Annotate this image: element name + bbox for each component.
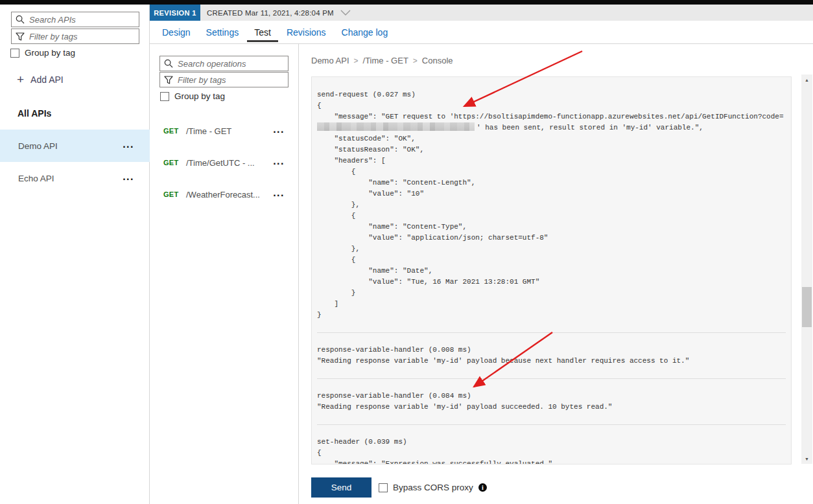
console-line: ] [317, 299, 786, 310]
console-line-redacted: ' has been sent, result stored in 'my-id… [317, 122, 786, 133]
scroll-up-arrow-icon[interactable]: ▲ [801, 74, 812, 85]
scrollbar-thumb[interactable] [802, 287, 812, 327]
console-line: { [317, 255, 786, 266]
filter-apis-input[interactable] [29, 32, 135, 41]
revision-created-label: CREATED Mar 11, 2021, 4:28:04 PM [207, 5, 334, 21]
operation-item-time-getutc[interactable]: GET /Time/GetUTC - ... ... [150, 154, 299, 172]
apis-sidebar: Group by tag + Add API All APIs Demo API… [0, 5, 150, 504]
console-line: "message": "Expression was successfully … [317, 459, 786, 464]
group-by-tag-operations-label: Group by tag [174, 91, 225, 101]
console-section-divider [317, 378, 786, 379]
search-apis-box[interactable] [11, 12, 139, 27]
revision-dropdown[interactable] [340, 5, 351, 21]
console-line: { [317, 100, 786, 111]
console-line: response-variable-handler (0.084 ms) [317, 391, 786, 402]
console-line: response-variable-handler (0.008 ms) [317, 345, 786, 356]
console-line: "message": "GET request to 'https://bsol… [317, 111, 786, 122]
console-line: "value": "Tue, 16 Mar 2021 13:28:01 GMT" [317, 277, 786, 288]
console-line: "statusReason": "OK", [317, 144, 786, 155]
search-operations-box[interactable] [159, 56, 289, 71]
console-line: send-request (0.027 ms) [317, 89, 786, 100]
add-api-label: Add API [30, 74, 64, 85]
tab-settings[interactable]: Settings [206, 21, 239, 43]
group-by-tag-apis-checkbox[interactable] [10, 49, 19, 58]
console-line: "value": "10" [317, 189, 786, 200]
console-line: { [317, 448, 786, 459]
search-apis-input[interactable] [29, 15, 135, 25]
console-line: } [317, 288, 786, 299]
console-line: "name": "Content-Type", [317, 222, 786, 233]
group-by-tag-operations[interactable]: Group by tag [160, 91, 225, 101]
tab-design[interactable]: Design [162, 21, 191, 43]
breadcrumb-page: Console [422, 56, 453, 65]
redacted-code-blur [317, 122, 475, 131]
revision-badge: REVISION 1 [150, 5, 200, 21]
revision-bar: REVISION 1 CREATED Mar 11, 2021, 4:28:04… [150, 5, 813, 21]
console-line: "statusCode": "OK", [317, 133, 786, 144]
filter-icon [16, 32, 25, 41]
trace-console-output[interactable]: send-request (0.027 ms) { "message": "GE… [311, 76, 792, 464]
console-line: "Reading response variable 'my-id' paylo… [317, 356, 786, 367]
console-section-divider [317, 332, 786, 333]
operation-name: /WeatherForecast... [186, 190, 260, 200]
test-console-pane: Demo API > /Time - GET > Console send-re… [299, 44, 813, 504]
http-method-badge: GET [163, 159, 186, 166]
api-tabs: Design Settings Test Revisions Change lo… [150, 21, 813, 44]
bypass-cors-proxy[interactable]: Bypass CORS proxy i [379, 483, 487, 492]
operation-name: /Time/GetUTC - ... [186, 158, 255, 168]
filter-operations-input[interactable] [178, 75, 284, 85]
group-by-tag-apis-label: Group by tag [25, 48, 75, 58]
operation-context-menu-icon[interactable]: ... [273, 155, 285, 167]
sidebar-item-echo-api[interactable]: Echo API ... [0, 162, 150, 194]
top-window-strip [0, 0, 813, 5]
console-line: } [317, 310, 786, 321]
search-operations-input[interactable] [178, 59, 284, 69]
filter-icon [164, 76, 173, 84]
info-icon[interactable]: i [478, 483, 487, 492]
search-icon [164, 59, 173, 68]
tab-revisions[interactable]: Revisions [287, 21, 326, 43]
breadcrumb-api[interactable]: Demo API [311, 56, 349, 65]
console-section-divider [317, 424, 786, 425]
scroll-down-arrow-icon[interactable]: ▼ [801, 453, 812, 464]
console-line: "headers": [ [317, 155, 786, 166]
console-line: "name": "Date", [317, 266, 786, 277]
breadcrumb-separator: > [413, 56, 418, 65]
console-line: "name": "Content-Length", [317, 178, 786, 189]
vertical-scrollbar[interactable]: ▲ ▼ [801, 74, 812, 464]
http-method-badge: GET [163, 127, 186, 135]
console-line-tail: ' has been sent, result stored in 'my-id… [477, 124, 703, 132]
breadcrumb-operation[interactable]: /Time - GET [363, 56, 408, 65]
console-line: "Reading response variable 'my-id' paylo… [317, 402, 786, 413]
api-name: Demo API [18, 141, 58, 151]
search-icon [16, 15, 25, 24]
filter-apis-box[interactable] [11, 29, 139, 44]
bypass-cors-checkbox[interactable] [379, 483, 388, 492]
add-api-button[interactable]: + Add API [17, 74, 64, 85]
filter-operations-box[interactable] [159, 72, 289, 87]
console-line: { [317, 166, 786, 178]
operation-item-time-get[interactable]: GET /Time - GET ... [150, 122, 299, 140]
console-line: "value": "application/json; charset=utf-… [317, 233, 786, 244]
console-line: }, [317, 244, 786, 255]
operation-context-menu-icon[interactable]: ... [273, 124, 285, 135]
group-by-tag-operations-checkbox[interactable] [160, 92, 169, 101]
plus-icon: + [17, 75, 24, 84]
console-line: set-header (0.039 ms) [317, 437, 786, 448]
operation-context-menu-icon[interactable]: ... [273, 187, 285, 199]
breadcrumb: Demo API > /Time - GET > Console [311, 56, 453, 65]
sidebar-item-demo-api[interactable]: Demo API ... [0, 130, 150, 162]
api-context-menu-icon[interactable]: ... [123, 171, 134, 183]
send-button[interactable]: Send [311, 477, 371, 498]
http-method-badge: GET [163, 190, 186, 198]
chevron-down-icon [340, 10, 351, 16]
group-by-tag-apis[interactable]: Group by tag [10, 48, 75, 58]
breadcrumb-separator: > [354, 56, 359, 65]
api-context-menu-icon[interactable]: ... [123, 139, 134, 150]
operation-item-weatherforecast[interactable]: GET /WeatherForecast... ... [150, 185, 299, 203]
operations-pane: Group by tag GET /Time - GET ... GET /Ti… [150, 44, 299, 504]
tab-test[interactable]: Test [254, 21, 271, 43]
tab-change-log[interactable]: Change log [342, 21, 388, 43]
bypass-cors-label: Bypass CORS proxy [393, 483, 473, 492]
console-line: }, [317, 200, 786, 211]
